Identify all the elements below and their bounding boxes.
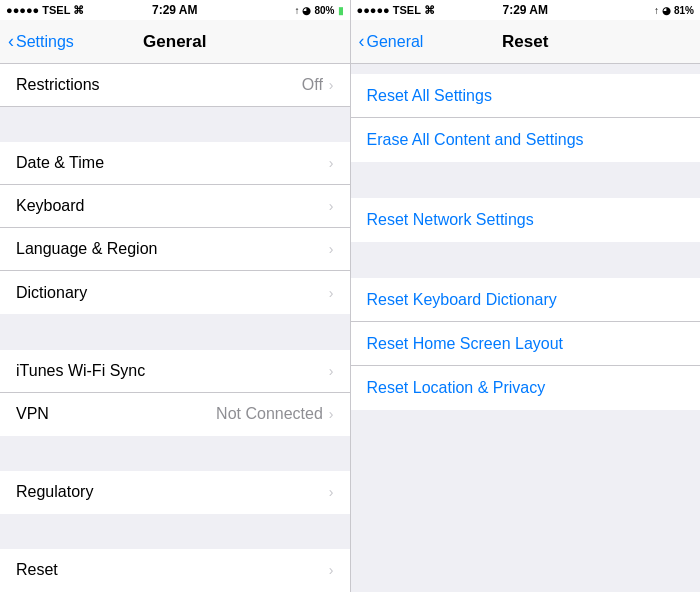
reset-label: Reset	[16, 561, 329, 579]
datetime-cell[interactable]: Date & Time ›	[0, 142, 350, 185]
itunes-cell[interactable]: iTunes Wi-Fi Sync ›	[0, 350, 350, 393]
back-chevron-icon-right: ‹	[359, 31, 365, 52]
general-panel: ‹ Settings General Restrictions Off › Da…	[0, 20, 350, 592]
nav-arrow-left: ↑	[294, 5, 299, 16]
vpn-value: Not Connected	[216, 405, 323, 423]
battery-right: 81%	[674, 5, 694, 16]
carrier-right: ●●●●● TSEL	[357, 4, 421, 16]
keyboard-chevron-icon: ›	[329, 198, 334, 214]
reset-all-settings-cell[interactable]: Reset All Settings	[351, 74, 701, 118]
bluetooth-left: ◕	[302, 5, 311, 16]
reset-network-label: Reset Network Settings	[367, 211, 685, 229]
regulatory-label: Regulatory	[16, 483, 329, 501]
keyboard-label: Keyboard	[16, 197, 329, 215]
reset-home-label: Reset Home Screen Layout	[367, 335, 685, 353]
reset-home-cell[interactable]: Reset Home Screen Layout	[351, 322, 701, 366]
general-nav-bar: ‹ Settings General	[0, 20, 350, 64]
datetime-label: Date & Time	[16, 154, 329, 172]
bluetooth-right: ◕	[662, 5, 671, 16]
back-to-general-button[interactable]: ‹ General	[359, 31, 424, 52]
carrier-left: ●●●●● TSEL	[6, 4, 70, 16]
restrictions-value: Off	[302, 76, 323, 94]
reset-keyboard-cell[interactable]: Reset Keyboard Dictionary	[351, 278, 701, 322]
time-left: 7:29 AM	[152, 3, 198, 17]
vpn-label: VPN	[16, 405, 216, 423]
general-title: General	[143, 32, 206, 52]
section-gap-1	[0, 107, 350, 142]
reset-section-gap-2	[351, 242, 701, 278]
reset-keyboard-label: Reset Keyboard Dictionary	[367, 291, 685, 309]
back-chevron-icon: ‹	[8, 31, 14, 52]
vpn-cell[interactable]: VPN Not Connected ›	[0, 393, 350, 436]
regulatory-chevron-icon: ›	[329, 484, 334, 500]
wifi-icon-left: ⌘	[73, 4, 84, 17]
reset-location-cell[interactable]: Reset Location & Privacy	[351, 366, 701, 410]
itunes-label: iTunes Wi-Fi Sync	[16, 362, 329, 380]
restrictions-cell[interactable]: Restrictions Off ›	[0, 64, 350, 107]
erase-all-label: Erase All Content and Settings	[367, 131, 685, 149]
reset-cell[interactable]: Reset ›	[0, 549, 350, 592]
dictionary-label: Dictionary	[16, 284, 329, 302]
back-label: Settings	[16, 33, 74, 51]
dictionary-chevron-icon: ›	[329, 285, 334, 301]
reset-all-settings-label: Reset All Settings	[367, 87, 685, 105]
reset-chevron-icon: ›	[329, 562, 334, 578]
wifi-icon-right: ⌘	[424, 4, 435, 17]
status-bar-left: ●●●●● TSEL ⌘ 7:29 AM ↑ ◕ 80% ▮	[0, 0, 350, 20]
keyboard-cell[interactable]: Keyboard ›	[0, 185, 350, 228]
section-gap-3	[0, 436, 350, 471]
dictionary-cell[interactable]: Dictionary ›	[0, 271, 350, 314]
language-chevron-icon: ›	[329, 241, 334, 257]
reset-title: Reset	[502, 32, 548, 52]
charging-left: ▮	[338, 5, 344, 16]
time-right: 7:29 AM	[502, 3, 548, 17]
language-cell[interactable]: Language & Region ›	[0, 228, 350, 271]
language-label: Language & Region	[16, 240, 329, 258]
reset-section-gap-top	[351, 64, 701, 74]
section-gap-4	[0, 514, 350, 549]
regulatory-cell[interactable]: Regulatory ›	[0, 471, 350, 514]
battery-left: 80%	[314, 5, 334, 16]
nav-arrow-right: ↑	[654, 5, 659, 16]
reset-section-gap-1	[351, 162, 701, 198]
erase-all-cell[interactable]: Erase All Content and Settings	[351, 118, 701, 162]
reset-network-cell[interactable]: Reset Network Settings	[351, 198, 701, 242]
reset-nav-bar: ‹ General Reset	[351, 20, 701, 64]
back-to-settings-button[interactable]: ‹ Settings	[8, 31, 74, 52]
status-bar-right: ●●●●● TSEL ⌘ 7:29 AM ↑ ◕ 81%	[351, 0, 701, 20]
vpn-chevron-icon: ›	[329, 406, 334, 422]
restrictions-chevron-icon: ›	[329, 77, 334, 93]
itunes-chevron-icon: ›	[329, 363, 334, 379]
datetime-chevron-icon: ›	[329, 155, 334, 171]
restrictions-label: Restrictions	[16, 76, 302, 94]
reset-panel: ‹ General Reset Reset All Settings Erase…	[351, 20, 701, 592]
section-gap-2	[0, 314, 350, 349]
reset-location-label: Reset Location & Privacy	[367, 379, 685, 397]
back-label-right: General	[367, 33, 424, 51]
